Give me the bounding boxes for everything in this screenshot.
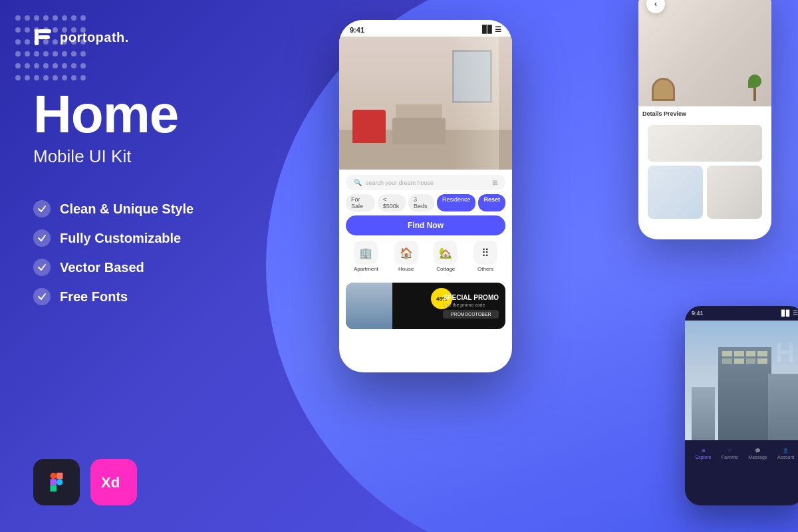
- svg-rect-6: [51, 479, 57, 485]
- cat-cottage[interactable]: 🏡 Cottage: [434, 241, 458, 272]
- building-left: [692, 387, 715, 440]
- phone-center: 9:41 ▊▊ ☰: [339, 20, 512, 372]
- page-title: Home: [33, 88, 253, 141]
- nav-message[interactable]: 💬 Message: [748, 448, 767, 460]
- chip-reset[interactable]: Reset: [478, 194, 505, 211]
- check-icon-3: [33, 259, 51, 276]
- window: [722, 351, 732, 356]
- window: [746, 358, 756, 364]
- room-chair: [352, 110, 386, 143]
- phone-right-bottom: 9:41 ▊▊ ☰: [685, 306, 798, 505]
- check-icon-4: [33, 288, 51, 305]
- room-scene: [339, 37, 512, 170]
- nav-explore[interactable]: ⊕ Explore: [696, 448, 712, 460]
- cat-house[interactable]: 🏠 House: [394, 241, 418, 272]
- nav-favorite[interactable]: ♡ Favorite: [722, 448, 738, 460]
- nav-account[interactable]: 👤 Account: [777, 448, 794, 460]
- message-label: Message: [748, 455, 767, 460]
- search-bar[interactable]: 🔍 search your dream house ⊞: [346, 175, 505, 190]
- svg-rect-7: [57, 473, 63, 479]
- logo-text: portopath.: [60, 30, 129, 45]
- others-icon: ⠿: [473, 241, 497, 265]
- details-grid-area: Details Preview: [638, 106, 771, 228]
- watermark-home: H: [775, 339, 795, 366]
- message-icon: 💬: [755, 448, 761, 454]
- promo-text-area: SPECIAL PROMO Use the promo code PROMOCO…: [443, 294, 499, 319]
- room-sofa-back: [396, 104, 442, 118]
- check-icon-2: [33, 229, 51, 247]
- find-now-button[interactable]: Find Now: [346, 215, 505, 235]
- promo-subtitle: Use the promo code: [443, 303, 499, 307]
- promo-title: SPECIAL PROMO: [443, 294, 499, 301]
- phone-hero-image: [339, 37, 512, 170]
- building-side: [768, 374, 798, 440]
- promo-building-image: [346, 283, 392, 329]
- chair-basket: [652, 78, 675, 101]
- window: [722, 358, 732, 364]
- svg-point-3: [47, 29, 51, 33]
- account-label: Account: [777, 455, 794, 460]
- search-icon: 🔍: [354, 179, 362, 186]
- chip-residence[interactable]: Residence: [437, 194, 476, 211]
- figma-icon: [45, 470, 68, 494]
- property-image-top: ‹: [638, 0, 771, 106]
- house-icon: 🏠: [394, 241, 418, 265]
- bottom-navigation: ⊕ Explore ♡ Favorite 💬 Message 👤 Account: [690, 448, 798, 460]
- xd-badge: Xd: [90, 459, 137, 505]
- plant-decoration: [748, 74, 761, 101]
- svg-rect-5: [51, 473, 57, 479]
- building-main: [718, 347, 771, 440]
- window: [734, 351, 744, 356]
- cottage-icon: 🏡: [434, 241, 458, 265]
- chip-beds[interactable]: < $500k: [378, 194, 406, 211]
- prop-cell-2: [707, 166, 762, 219]
- favorite-icon: ♡: [728, 448, 732, 454]
- xd-icon: Xd: [100, 473, 128, 491]
- logo-area: portopath.: [33, 27, 253, 48]
- chip-price[interactable]: For Sale: [346, 194, 375, 211]
- prop-cell-1: [648, 166, 703, 219]
- svg-text:Xd: Xd: [101, 474, 120, 491]
- phone-center-signals: ▊▊ ☰: [482, 25, 501, 34]
- room-sofa: [392, 118, 446, 144]
- cat-apartment-label: Apartment: [354, 266, 378, 272]
- logo-icon: [33, 27, 55, 48]
- phone-rb-nav-area: ⊕ Explore ♡ Favorite 💬 Message 👤 Account: [685, 440, 798, 465]
- tool-badges: Xd: [33, 459, 253, 505]
- svg-rect-0: [35, 29, 39, 45]
- main-container: portopath. Home Mobile UI Kit Clean & Un…: [0, 0, 798, 532]
- account-icon: 👤: [783, 448, 789, 454]
- phone-rb-time: 9:41: [692, 310, 704, 317]
- cat-apartment[interactable]: 🏢 Apartment: [354, 241, 378, 272]
- features-list: Clean & Unique Style Fully Customizable …: [33, 200, 253, 317]
- search-placeholder-text: search your dream house: [366, 180, 434, 186]
- window: [757, 351, 767, 356]
- explore-label: Explore: [696, 455, 712, 460]
- promo-code[interactable]: PROMOCOTOBER: [443, 310, 499, 319]
- building-windows: [718, 347, 771, 368]
- prop-image-main: [648, 125, 762, 162]
- svg-point-8: [57, 479, 63, 485]
- svg-rect-9: [51, 485, 57, 491]
- right-panel: 9:41 ▊▊ ☰: [286, 0, 798, 532]
- figma-badge: [33, 459, 80, 505]
- details-preview-label: Details Preview: [642, 110, 767, 117]
- cat-cottage-label: Cottage: [436, 266, 455, 272]
- feature-item-3: Vector Based: [33, 259, 253, 276]
- chip-type[interactable]: 3 Beds: [408, 194, 434, 211]
- promo-banner: 45% SPECIAL PROMO Use the promo code PRO…: [346, 283, 505, 329]
- page-subtitle: Mobile UI Kit: [33, 146, 253, 167]
- phone-rb-signals: ▊▊ ☰: [781, 310, 798, 317]
- phone-center-time: 9:41: [350, 26, 364, 34]
- cat-others-label: Others: [477, 266, 493, 272]
- phone-right-top: ‹ Details Preview: [638, 0, 771, 239]
- feature-label-4: Free Fonts: [60, 289, 128, 305]
- svg-point-4: [46, 35, 50, 39]
- phone-center-status-bar: 9:41 ▊▊ ☰: [339, 20, 512, 37]
- prop-cell-main: [648, 125, 762, 162]
- cat-others[interactable]: ⠿ Others: [473, 241, 497, 272]
- filter-icon: ⊞: [492, 179, 497, 186]
- window: [746, 351, 756, 356]
- feature-item-4: Free Fonts: [33, 288, 253, 305]
- room-window: [452, 50, 492, 103]
